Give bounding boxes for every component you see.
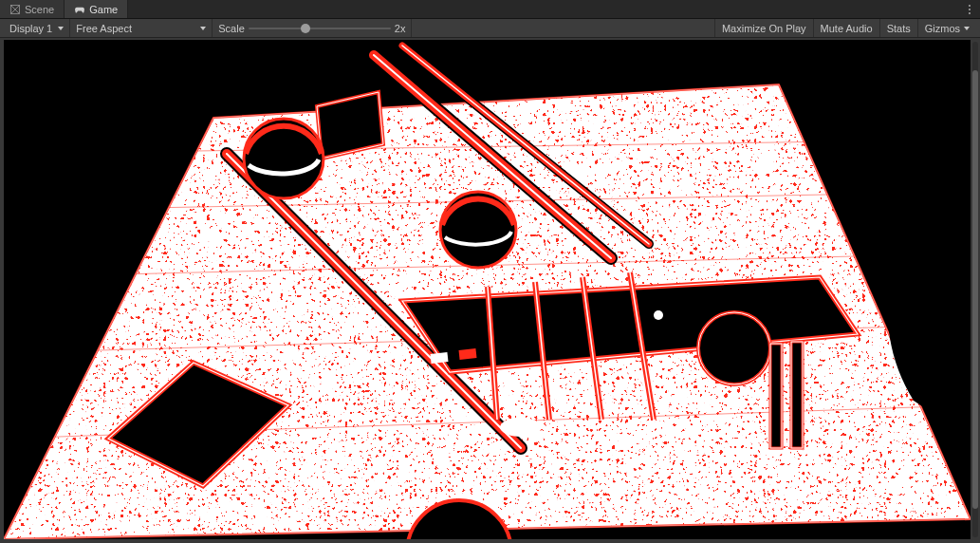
scrollbar-thumb[interactable] — [972, 70, 978, 509]
display-dropdown[interactable]: Display 1 — [4, 19, 70, 37]
svg-rect-54 — [791, 342, 803, 448]
scale-value: 2x — [395, 23, 406, 34]
gizmos-label: Gizmos — [925, 23, 960, 34]
game-viewport[interactable] — [4, 40, 971, 539]
tab-game[interactable]: Game — [65, 0, 128, 18]
tab-options-button[interactable] — [965, 0, 974, 19]
slider-thumb[interactable] — [301, 24, 310, 33]
maximize-on-play-button[interactable]: Maximize On Play — [714, 19, 813, 37]
kebab-icon — [965, 3, 974, 16]
tab-strip: Scene Game — [0, 0, 980, 19]
svg-point-5 — [969, 12, 971, 14]
svg-point-33 — [654, 310, 663, 320]
chevron-down-icon — [58, 27, 64, 30]
gizmos-dropdown[interactable]: Gizmos — [917, 19, 976, 37]
slider-track — [249, 28, 391, 29]
rendered-scene — [4, 40, 971, 539]
mute-audio-button[interactable]: Mute Audio — [813, 19, 879, 37]
svg-point-3 — [969, 5, 971, 7]
scale-slider[interactable] — [249, 22, 391, 35]
tab-scene-label: Scene — [25, 4, 54, 15]
svg-point-4 — [969, 9, 971, 10]
chevron-down-icon — [200, 27, 206, 30]
tab-scene[interactable]: Scene — [0, 0, 65, 18]
aspect-label: Free Aspect — [76, 23, 132, 34]
mute-label: Mute Audio — [821, 23, 873, 34]
game-toolbar: Display 1 Free Aspect Scale 2x Maximize … — [0, 19, 980, 38]
svg-point-57 — [500, 418, 542, 437]
svg-rect-31 — [431, 352, 449, 364]
stats-label: Stats — [887, 23, 911, 34]
scene-icon — [9, 4, 21, 15]
gamepad-icon — [74, 4, 85, 15]
scale-group: Scale 2x — [213, 19, 412, 37]
display-label: Display 1 — [9, 23, 52, 34]
maximize-label: Maximize On Play — [722, 23, 806, 34]
svg-rect-53 — [770, 344, 782, 448]
vertical-scrollbar[interactable] — [972, 42, 978, 537]
tab-game-label: Game — [89, 4, 118, 15]
chevron-down-icon — [964, 27, 970, 30]
game-viewport-wrap — [0, 38, 980, 543]
scale-label: Scale — [218, 23, 245, 34]
stats-button[interactable]: Stats — [879, 19, 917, 37]
svg-rect-32 — [459, 348, 477, 360]
aspect-dropdown[interactable]: Free Aspect — [70, 19, 213, 37]
